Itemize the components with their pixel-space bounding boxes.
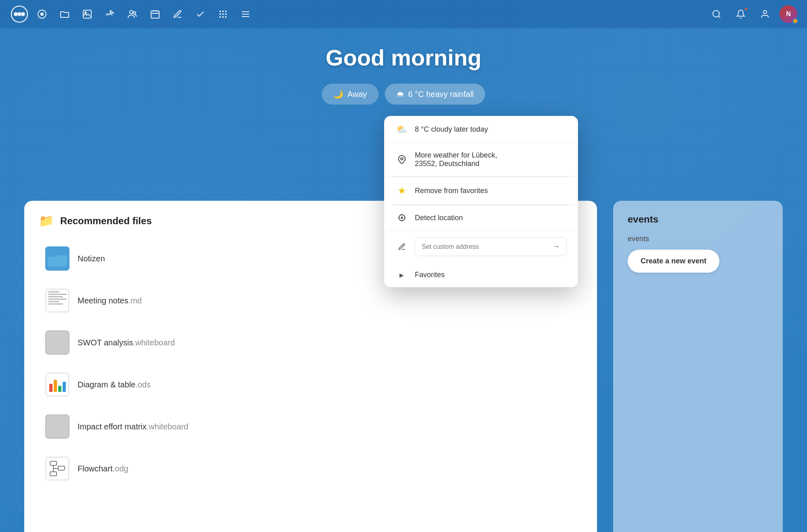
svg-point-7 bbox=[85, 12, 86, 13]
more-apps-nav[interactable] bbox=[213, 4, 233, 24]
calendar-nav[interactable] bbox=[145, 4, 165, 24]
app-logo[interactable] bbox=[10, 4, 29, 24]
weather-icon: 🌧 bbox=[396, 90, 404, 99]
notifications-button[interactable] bbox=[731, 4, 750, 24]
create-event-button[interactable]: Create a new event bbox=[628, 250, 719, 273]
list-item[interactable]: Diagram & table.ods bbox=[39, 365, 582, 404]
forecast-text: 8 °C cloudy later today bbox=[415, 125, 567, 134]
favorites-item[interactable]: ▶ Favorites bbox=[384, 263, 578, 287]
tasks-nav[interactable] bbox=[191, 4, 210, 24]
svg-point-5 bbox=[40, 13, 44, 16]
custom-address-row: → bbox=[384, 231, 578, 263]
svg-point-8 bbox=[130, 11, 133, 14]
svg-rect-36 bbox=[58, 466, 65, 470]
weather-dropdown: ⛅ 8 °C cloudy later today More weather f… bbox=[384, 116, 578, 287]
forecast-icon: ⛅ bbox=[395, 124, 408, 135]
svg-point-16 bbox=[225, 13, 227, 15]
svg-point-26 bbox=[399, 215, 405, 221]
photos-nav[interactable] bbox=[78, 4, 97, 24]
detect-location-item[interactable]: Detect location bbox=[384, 205, 578, 231]
svg-point-25 bbox=[401, 158, 403, 160]
activity-nav[interactable] bbox=[100, 4, 120, 24]
file-name: SWOT analysis.whiteboard bbox=[78, 338, 175, 347]
greeting-text: Good morning bbox=[326, 44, 481, 71]
svg-point-17 bbox=[219, 16, 221, 18]
favorites-star-icon: ★ bbox=[395, 185, 408, 196]
location-item[interactable]: More weather for Lübeck, 23552, Deutschl… bbox=[384, 143, 578, 177]
avatar-badge bbox=[792, 18, 798, 24]
svg-point-23 bbox=[713, 11, 719, 17]
notes-nav[interactable] bbox=[168, 4, 187, 24]
svg-point-24 bbox=[763, 11, 767, 14]
favorites-label: Favorites bbox=[415, 271, 445, 279]
whiteboard-file-icon bbox=[45, 330, 69, 355]
svg-point-13 bbox=[225, 11, 227, 12]
events-sub-label: events bbox=[628, 235, 768, 243]
svg-point-11 bbox=[219, 11, 221, 12]
svg-rect-34 bbox=[48, 252, 56, 257]
svg-point-14 bbox=[219, 13, 221, 15]
svg-point-3 bbox=[21, 12, 25, 16]
events-panel: events events Create a new event bbox=[613, 201, 783, 532]
address-input-wrapper: → bbox=[415, 237, 567, 256]
main-content: Good morning 🌙 Away 🌧 6 °C heavy rainfal… bbox=[0, 28, 807, 111]
avatar-initials: N bbox=[786, 11, 791, 18]
weather-pill[interactable]: 🌧 6 °C heavy rainfall bbox=[385, 84, 485, 105]
odg-file-icon bbox=[45, 456, 69, 481]
list-item[interactable]: Flowchart.odg bbox=[39, 449, 582, 488]
detect-location-label: Detect location bbox=[415, 214, 567, 222]
files-header-icon: 📁 bbox=[39, 214, 54, 228]
svg-point-1 bbox=[14, 12, 18, 16]
remove-favorites-label: Remove from favorites bbox=[415, 187, 567, 195]
location-icon bbox=[395, 155, 408, 164]
file-name: Impact effort matrix.whiteboard bbox=[78, 422, 188, 431]
topbar: N bbox=[0, 0, 807, 28]
file-name: Diagram & table.ods bbox=[78, 380, 151, 389]
status-row: 🌙 Away 🌧 6 °C heavy rainfall ⛅ 8 °C clou… bbox=[322, 84, 485, 105]
whiteboard-file-icon-2 bbox=[45, 414, 69, 439]
svg-point-19 bbox=[225, 16, 227, 18]
notification-badge bbox=[744, 7, 748, 11]
svg-point-18 bbox=[222, 16, 224, 18]
svg-rect-10 bbox=[151, 11, 159, 18]
svg-rect-37 bbox=[50, 472, 57, 476]
location-text: More weather for Lübeck, 23552, Deutschl… bbox=[415, 151, 567, 168]
contacts-nav[interactable] bbox=[123, 4, 142, 24]
detect-location-icon bbox=[395, 213, 408, 222]
list-item[interactable]: SWOT analysis.whiteboard bbox=[39, 323, 582, 362]
favorites-chevron-icon: ▶ bbox=[395, 272, 408, 278]
custom-address-icon bbox=[395, 243, 408, 251]
list-item[interactable]: Impact effort matrix.whiteboard bbox=[39, 407, 582, 446]
menu-nav[interactable] bbox=[236, 4, 255, 24]
svg-point-2 bbox=[17, 12, 21, 16]
folder-file-icon bbox=[45, 246, 69, 271]
remove-favorites-item[interactable]: ★ Remove from favorites bbox=[384, 177, 578, 205]
svg-rect-33 bbox=[48, 255, 67, 267]
ods-file-icon bbox=[45, 372, 69, 397]
events-panel-title: events bbox=[628, 214, 768, 225]
files-panel-title: Recommended files bbox=[60, 215, 152, 227]
svg-point-9 bbox=[133, 12, 136, 14]
file-name: Flowchart.odg bbox=[78, 464, 128, 473]
md-file-icon bbox=[45, 288, 69, 313]
svg-point-27 bbox=[401, 217, 403, 219]
topbar-nav bbox=[32, 4, 707, 24]
search-button[interactable] bbox=[707, 4, 726, 24]
files-nav[interactable] bbox=[55, 4, 74, 24]
user-avatar[interactable]: N bbox=[780, 5, 797, 23]
file-name: Notizen bbox=[78, 254, 105, 263]
svg-point-12 bbox=[222, 11, 224, 12]
address-submit-button[interactable]: → bbox=[546, 238, 566, 256]
away-pill[interactable]: 🌙 Away bbox=[322, 84, 378, 105]
user-button[interactable] bbox=[755, 4, 775, 24]
custom-address-input[interactable] bbox=[415, 238, 546, 255]
svg-point-15 bbox=[222, 13, 224, 15]
weather-label: 6 °C heavy rainfall bbox=[408, 90, 474, 99]
file-name: Meeting notes.md bbox=[78, 296, 142, 305]
away-icon: 🌙 bbox=[333, 89, 343, 99]
away-label: Away bbox=[347, 90, 367, 99]
svg-rect-35 bbox=[50, 461, 57, 465]
forecast-item[interactable]: ⛅ 8 °C cloudy later today bbox=[384, 116, 578, 143]
topbar-right: N bbox=[707, 4, 797, 24]
dashboard-nav[interactable] bbox=[32, 4, 52, 24]
